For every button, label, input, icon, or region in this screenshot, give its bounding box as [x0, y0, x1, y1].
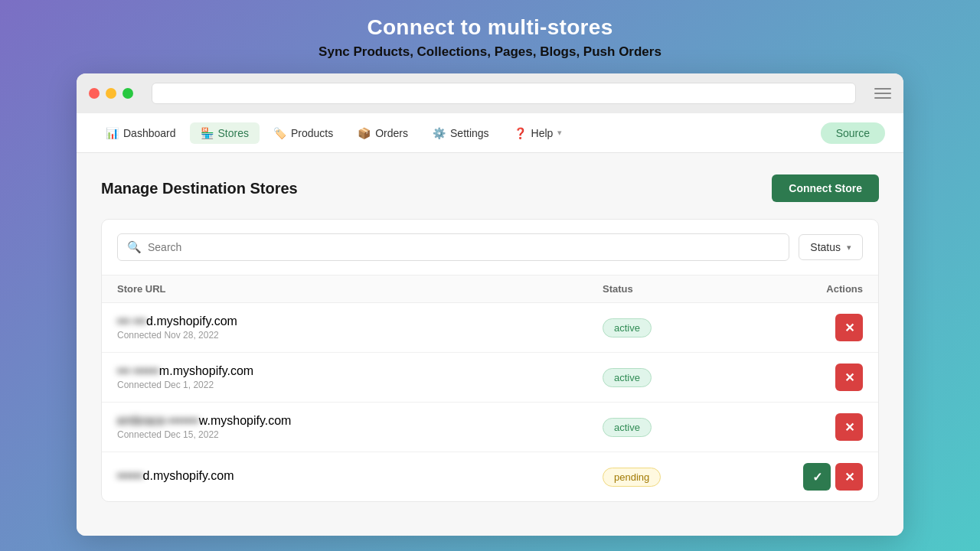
- connect-store-button[interactable]: Connect Store: [772, 174, 879, 202]
- table-row: ••• •••d.myshopify.com Connected Nov 28,…: [102, 303, 878, 353]
- chevron-down-icon: ▾: [557, 128, 562, 138]
- search-icon: 🔍: [127, 240, 142, 254]
- stores-icon: 🏪: [201, 127, 214, 139]
- status-cell: active: [603, 318, 756, 337]
- settings-icon: ⚙️: [433, 127, 446, 139]
- store-url: ••••••d.myshopify.com: [117, 469, 603, 483]
- status-cell: pending: [603, 468, 756, 487]
- store-url: embrace-•••••••w.myshopify.com: [117, 414, 603, 428]
- status-cell: active: [603, 368, 756, 387]
- nav-label-settings: Settings: [450, 127, 489, 139]
- delete-button[interactable]: ✕: [835, 413, 863, 441]
- nav-label-dashboard: Dashboard: [123, 127, 176, 139]
- store-date: Connected Dec 1, 2022: [117, 380, 603, 390]
- actions-cell: ✕: [756, 314, 863, 341]
- store-info: ••• •••d.myshopify.com Connected Nov 28,…: [117, 315, 603, 341]
- nav-item-settings[interactable]: ⚙️ Settings: [422, 122, 500, 144]
- store-url: ••• ••••••m.myshopify.com: [117, 364, 603, 378]
- products-icon: 🏷️: [273, 127, 286, 139]
- store-info: ••••••d.myshopify.com: [117, 469, 603, 484]
- source-button[interactable]: Source: [821, 122, 885, 144]
- status-filter-label: Status: [810, 241, 841, 253]
- store-info: embrace-•••••••w.myshopify.com Connected…: [117, 414, 603, 440]
- nav-item-help[interactable]: ❓ Help ▾: [503, 122, 573, 144]
- store-info: ••• ••••••m.myshopify.com Connected Dec …: [117, 364, 603, 390]
- status-badge: active: [603, 418, 652, 437]
- status-cell: active: [603, 418, 756, 437]
- nav-item-products[interactable]: 🏷️ Products: [263, 122, 344, 144]
- help-icon: ❓: [514, 127, 527, 139]
- status-badge: active: [603, 318, 652, 337]
- delete-button[interactable]: ✕: [835, 364, 863, 391]
- table-row: ••• ••••••m.myshopify.com Connected Dec …: [102, 353, 878, 403]
- minimize-icon[interactable]: [106, 88, 116, 99]
- store-date: Connected Nov 28, 2022: [117, 330, 603, 341]
- chevron-down-icon: ▾: [847, 243, 851, 253]
- page-content: Manage Destination Stores Connect Store …: [77, 153, 903, 536]
- delete-button[interactable]: ✕: [835, 314, 863, 341]
- page-title: Manage Destination Stores: [101, 180, 298, 197]
- nav-label-help: Help: [531, 127, 554, 139]
- store-date: Connected Dec 15, 2022: [117, 429, 603, 440]
- nav-item-dashboard[interactable]: 📊 Dashboard: [95, 122, 187, 144]
- status-filter-dropdown[interactable]: Status ▾: [799, 234, 863, 260]
- delete-button[interactable]: ✕: [835, 463, 863, 491]
- status-badge: active: [603, 368, 652, 387]
- store-url: ••• •••d.myshopify.com: [117, 315, 603, 328]
- status-badge: pending: [603, 468, 661, 487]
- dashboard-icon: 📊: [106, 127, 119, 139]
- search-bar-row: 🔍 Status ▾: [102, 220, 878, 276]
- search-input[interactable]: [148, 241, 779, 253]
- search-wrapper: 🔍: [117, 233, 789, 261]
- actions-cell: ✕: [756, 413, 863, 441]
- table-header: Store URL Status Actions: [102, 276, 878, 303]
- hero-title: Connect to multi-stores: [367, 15, 612, 40]
- nav-label-products: Products: [291, 127, 333, 139]
- approve-button[interactable]: ✓: [803, 463, 831, 491]
- hero-subtitle: Sync Products, Collections, Pages, Blogs…: [318, 44, 662, 60]
- navbar: 📊 Dashboard 🏪 Stores 🏷️ Products 📦 Order…: [77, 113, 903, 153]
- nav-label-orders: Orders: [375, 127, 408, 139]
- nav-item-stores[interactable]: 🏪 Stores: [190, 122, 260, 144]
- orders-icon: 📦: [358, 127, 371, 139]
- stores-table-container: 🔍 Status ▾ Store URL Status Actions ••• …: [101, 219, 879, 502]
- app-window: 📊 Dashboard 🏪 Stores 🏷️ Products 📦 Order…: [77, 73, 903, 536]
- nav-label-stores: Stores: [218, 127, 249, 139]
- table-row: ••••••d.myshopify.com pending ✓ ✕: [102, 452, 878, 501]
- column-header-status: Status: [603, 283, 756, 295]
- table-row: embrace-•••••••w.myshopify.com Connected…: [102, 403, 878, 452]
- titlebar: [77, 73, 903, 113]
- nav-items: 📊 Dashboard 🏪 Stores 🏷️ Products 📦 Order…: [95, 122, 821, 144]
- nav-item-orders[interactable]: 📦 Orders: [347, 122, 419, 144]
- actions-cell: ✓ ✕: [756, 463, 863, 491]
- column-header-actions: Actions: [756, 283, 863, 295]
- maximize-icon[interactable]: [122, 88, 133, 99]
- menu-icon[interactable]: [874, 88, 891, 99]
- close-icon[interactable]: [89, 88, 100, 99]
- address-bar[interactable]: [152, 83, 856, 104]
- column-header-url: Store URL: [117, 283, 603, 295]
- page-header: Manage Destination Stores Connect Store: [101, 174, 879, 202]
- actions-cell: ✕: [756, 364, 863, 391]
